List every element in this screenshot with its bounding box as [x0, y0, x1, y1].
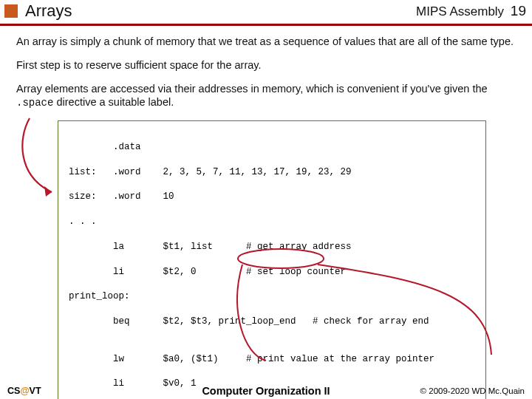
paragraph-3: Array elements are accessed via their ad…	[16, 82, 516, 110]
code-line: li $t2, 0 # set loop counter	[69, 266, 475, 279]
footer-center: Computer Organization II	[202, 385, 330, 397]
paragraph-2: First step is to reserve sufficient spac…	[16, 58, 516, 72]
code-line: size: .word 10	[69, 191, 475, 203]
slide-header: Arrays MIPS Assembly 19	[0, 0, 532, 26]
footer-at: @	[20, 386, 29, 396]
header-right: MIPS Assembly 19	[416, 3, 526, 19]
code-line: . . .	[69, 216, 475, 228]
p3-text-a: Array elements are accessed via their ad…	[16, 83, 488, 95]
code-line: list: .word 2, 3, 5, 7, 11, 13, 17, 19, …	[69, 166, 475, 179]
code-line: beq $t2, $t3, print_loop_end # check for…	[69, 316, 475, 328]
paragraph-1: An array is simply a chunk of memory tha…	[16, 35, 516, 48]
footer-left: CS@VT	[7, 386, 41, 396]
code-line: lw $a0, ($t1) # print value at the array…	[69, 353, 475, 366]
slide-body: An array is simply a chunk of memory tha…	[0, 26, 532, 399]
page-number: 19	[511, 3, 526, 18]
course-label: MIPS Assembly	[416, 4, 504, 18]
code-line: la $t1, list # get array address	[69, 241, 475, 253]
footer-cs: CS	[7, 386, 20, 396]
footer-vt: VT	[30, 386, 41, 396]
p3-text-b: directive a suitable label.	[53, 96, 174, 108]
code-line: print_loop:	[69, 290, 475, 303]
code-line: .data	[69, 141, 475, 154]
header-bullet-icon	[4, 4, 18, 18]
code-listing: .data list: .word 2, 3, 5, 7, 11, 13, 17…	[58, 120, 486, 399]
footer-copyright: © 2009-2020 WD Mc.Quain	[420, 386, 525, 395]
slide-title: Arrays	[25, 1, 416, 21]
slide-footer: CS@VT Computer Organization II © 2009-20…	[0, 386, 532, 396]
p3-code: .space	[16, 97, 53, 109]
